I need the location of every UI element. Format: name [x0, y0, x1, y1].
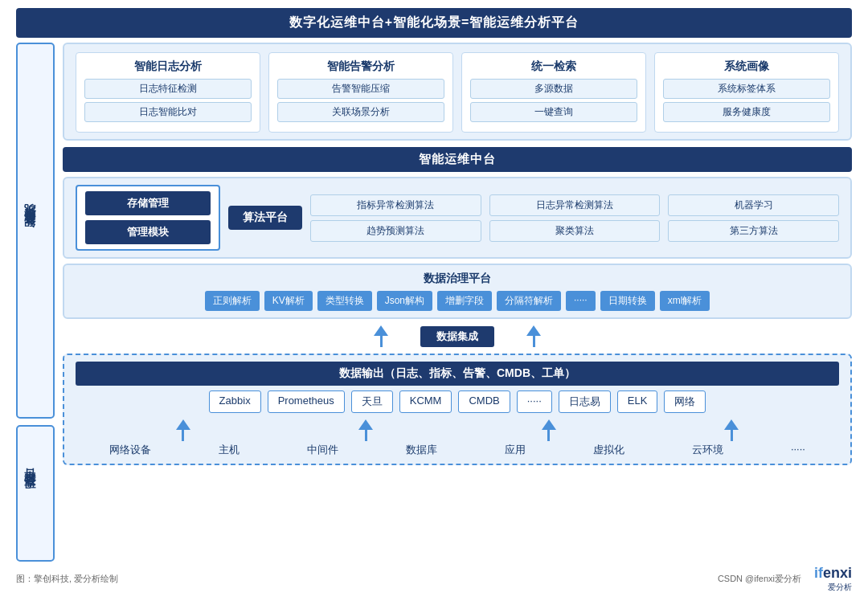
- ops-source-2: 中间件: [301, 443, 345, 457]
- left-labels: 智能运维分析系统 现有运维平台: [16, 43, 55, 562]
- ops-tool-5: ·····: [517, 390, 552, 413]
- modules-row: 智能日志分析日志特征检测日志智能比对智能告警分析告警智能压缩关联场景分析统一检索…: [76, 52, 839, 133]
- data-integration-label: 数据集成: [420, 326, 494, 347]
- module-item-3-0: 系统标签体系: [663, 79, 830, 99]
- algo-grid: 指标异常检测算法日志异常检测算法机器学习趋势预测算法聚类算法第三方算法: [310, 194, 839, 242]
- middle-platform-banner: 智能运维中台: [63, 147, 852, 172]
- ops-tool-2: 天旦: [351, 390, 393, 413]
- ops-tool-7: ELK: [617, 390, 658, 413]
- logo-sub: 爱分析: [814, 582, 852, 593]
- governance-item-8: xml解析: [660, 291, 710, 311]
- algo-item-3: 趋势预测算法: [310, 220, 481, 242]
- arrow-right: [526, 325, 541, 347]
- governance-item-2: 类型转换: [317, 291, 372, 311]
- governance-item-7: 日期转换: [600, 291, 655, 311]
- management-btn: 管理模块: [85, 220, 211, 244]
- ops-tool-3: KCMM: [399, 390, 452, 413]
- module-item-2-0: 多源数据: [470, 79, 637, 99]
- module-item-0-1: 日志智能比对: [84, 102, 252, 122]
- module-item-2-1: 一键查询: [470, 102, 637, 122]
- module-box-3: 系统画像系统标签体系服务健康度: [654, 52, 839, 133]
- arrow-left: [374, 325, 388, 347]
- ops-source-6: 云环境: [686, 443, 730, 457]
- module-box-2: 统一检索多源数据一键查询: [461, 52, 646, 133]
- algo-item-1: 日志异常检测算法: [489, 194, 661, 216]
- module-box-1: 智能告警分析告警智能压缩关联场景分析: [268, 52, 453, 133]
- algo-item-5: 第三方算法: [668, 220, 839, 242]
- footer-csdn: CSDN @ifenxi爱分析: [718, 573, 801, 585]
- ops-sources-row: 网络设备主机中间件数据库应用虚拟化云环境·····: [76, 443, 839, 457]
- existing-ops-tools: ZabbixPrometheus天旦KCMMCMDB·····日志易ELK网络: [76, 390, 839, 413]
- module-title-0: 智能日志分析: [84, 59, 252, 74]
- footer-credit: 图：擎创科技, 爱分析绘制: [16, 573, 118, 585]
- storage-btn: 存储管理: [85, 191, 211, 215]
- algo-item-0: 指标异常检测算法: [310, 194, 481, 216]
- ops-tool-6: 日志易: [559, 390, 611, 413]
- governance-item-1: KV解析: [264, 291, 313, 311]
- module-item-1-1: 关联场景分析: [277, 102, 444, 122]
- arrows-integration: 数据集成: [63, 325, 852, 347]
- source-arrows: [76, 419, 839, 441]
- existing-ops-banner: 数据输出（日志、指标、告警、CMDB、工单）: [76, 362, 839, 386]
- ops-source-5: 虚拟化: [587, 443, 631, 457]
- algo-item-2: 机器学习: [668, 194, 839, 216]
- governance-item-4: 增删字段: [437, 291, 492, 311]
- ops-tool-4: CMDB: [458, 390, 510, 413]
- algo-box: 算法平台: [228, 206, 302, 230]
- module-title-2: 统一检索: [470, 59, 637, 74]
- middle-row-inner: 存储管理 管理模块 算法平台 指标异常检测算法日志异常检测算法机器学习趋势预测算…: [76, 185, 839, 251]
- module-title-1: 智能告警分析: [277, 59, 444, 74]
- ops-source-1: 主机: [212, 443, 246, 457]
- ops-tool-8: 网络: [664, 390, 706, 413]
- top-banner: 数字化运维中台+智能化场景=智能运维分析平台: [16, 8, 852, 38]
- smart-ops-middle: 存储管理 管理模块 算法平台 指标异常检测算法日志异常检测算法机器学习趋势预测算…: [63, 177, 852, 259]
- governance-item-5: 分隔符解析: [497, 291, 561, 311]
- ops-source-4: 应用: [498, 443, 532, 457]
- module-title-3: 系统画像: [663, 59, 830, 74]
- module-item-3-1: 服务健康度: [663, 102, 830, 122]
- page-wrapper: 数字化运维中台+智能化场景=智能运维分析平台 智能运维分析系统 现有运维平台 智…: [0, 0, 868, 601]
- module-item-1-0: 告警智能压缩: [277, 79, 444, 99]
- ops-source-0: 网络设备: [103, 443, 158, 457]
- ops-source-3: 数据库: [399, 443, 444, 457]
- existing-ops-label: 现有运维平台: [16, 425, 55, 562]
- smart-ops-top: 智能日志分析日志特征检测日志智能比对智能告警分析告警智能压缩关联场景分析统一检索…: [63, 43, 852, 141]
- storage-management-box: 存储管理 管理模块: [76, 185, 220, 251]
- governance-items: 正则解析KV解析类型转换Json解构增删字段分隔符解析·····日期转换xml解…: [76, 291, 839, 311]
- footer: 图：擎创科技, 爱分析绘制 CSDN @ifenxi爱分析 ifenxi 爱分析: [16, 562, 852, 593]
- module-box-0: 智能日志分析日志特征检测日志智能比对: [76, 52, 260, 133]
- diagram-area: 智能日志分析日志特征检测日志智能比对智能告警分析告警智能压缩关联场景分析统一检索…: [63, 43, 852, 562]
- smart-ops-label: 智能运维分析系统: [16, 43, 55, 419]
- logo-suffix: enxi: [823, 565, 852, 581]
- governance-item-0: 正则解析: [205, 291, 260, 311]
- ops-tool-0: Zabbix: [209, 390, 261, 413]
- governance-title: 数据治理平台: [76, 272, 839, 286]
- algo-item-4: 聚类算法: [489, 220, 661, 242]
- data-governance: 数据治理平台 正则解析KV解析类型转换Json解构增删字段分隔符解析·····日…: [63, 264, 852, 319]
- existing-ops-section: 数据输出（日志、指标、告警、CMDB、工单） ZabbixPrometheus天…: [63, 354, 852, 465]
- module-item-0-0: 日志特征检测: [84, 79, 252, 99]
- ops-source-7: ·····: [784, 443, 812, 457]
- ops-tool-1: Prometheus: [268, 390, 345, 413]
- governance-item-6: ·····: [566, 291, 596, 311]
- logo-prefix: if: [814, 565, 823, 581]
- footer-logo: ifenxi 爱分析: [814, 565, 852, 593]
- governance-item-3: Json解构: [377, 291, 432, 311]
